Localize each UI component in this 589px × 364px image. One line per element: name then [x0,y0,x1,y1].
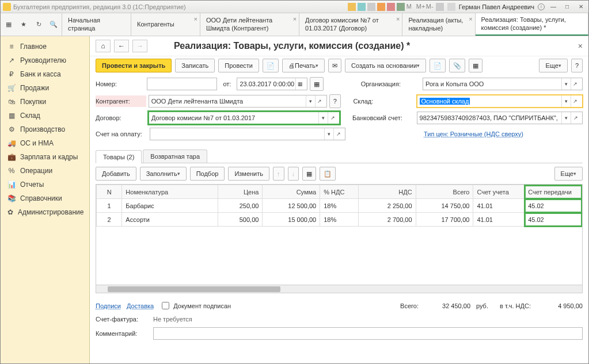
history-icon[interactable]: ↻ [32,18,45,32]
tab-close-icon[interactable]: × [469,16,472,23]
dropdown-icon[interactable]: ▾ [561,112,571,124]
sidebar-item-directories[interactable]: 📚Справочники [1,191,89,205]
tab-goods[interactable]: Товары (2) [96,150,142,163]
edo-button[interactable]: ▦ [469,59,482,72]
home-button[interactable]: ⌂ [96,40,111,52]
col-vat-pct[interactable]: % НДС [320,185,359,199]
maximize-button[interactable]: □ [562,3,572,11]
tab-dogovor[interactable]: Договор комиссии №7 от 01.03.2017 (Догов… [299,13,402,36]
dropdown-icon[interactable]: ▾ [561,78,571,90]
col-sum[interactable]: Сумма [263,185,320,199]
col-price[interactable]: Цена [218,185,263,199]
delivery-link[interactable]: Доставка [127,302,154,309]
back-button[interactable]: ← [114,40,129,52]
date-picker-button[interactable]: ▦ [310,77,324,91]
tab-realizations[interactable]: Реализация (акты, накладные)× [402,13,475,36]
open-icon[interactable]: ↗ [571,95,580,107]
contragent-help-button[interactable]: ? [329,94,341,108]
close-button[interactable]: ✕ [576,3,586,11]
schet-oplatu-input[interactable]: ▾↗ [150,128,345,140]
sidebar-item-admin[interactable]: ✿Администрирование [1,205,89,219]
col-acct[interactable]: Счет учета [473,185,525,199]
scan-button[interactable]: ▦ [302,167,316,181]
col-nom[interactable]: Номенклатура [122,185,218,199]
col-transfer[interactable]: Счет передачи [525,185,582,199]
open-icon[interactable]: ↗ [571,112,580,124]
sidebar-item-assets[interactable]: 🚚ОС и НМА [1,136,89,150]
email-button[interactable]: ✉ [328,59,341,72]
number-label: Номер: [96,81,145,87]
number-input[interactable] [147,78,218,90]
fill-button[interactable]: Заполнить [140,167,187,181]
change-button[interactable]: Изменить [228,167,269,181]
tab-current[interactable]: Реализация: Товары, услуги, комиссия (со… [476,13,588,36]
org-input[interactable]: Рога и Копыта ООО▾↗ [423,78,583,90]
copy-button[interactable]: 📋 [320,167,336,181]
sklad-input[interactable]: Основной склад▾↗ [417,95,583,108]
forward-button[interactable]: → [132,40,147,52]
table-row[interactable]: 2 Ассорти 500,00 15 000,00 18% 2 700,00 … [97,213,582,227]
sidebar-item-bank[interactable]: ₽Банк и касса [1,67,89,81]
star-icon[interactable]: ★ [17,18,31,32]
sidebar-item-salary[interactable]: 💼Зарплата и кадры [1,150,89,164]
open-icon[interactable]: ↗ [571,78,580,90]
col-vat[interactable]: НДС [358,185,416,199]
tab-close-icon[interactable]: × [293,16,297,23]
dropdown-icon[interactable]: ▾ [324,128,333,140]
dropdown-icon[interactable]: ▾ [561,95,571,107]
print-button[interactable]: 🖨 Печать [282,59,325,72]
doc-signed-input[interactable] [162,302,169,309]
attach-button[interactable]: 📎 [449,59,465,72]
col-total[interactable]: Всего [416,185,473,199]
sidebar-item-reports[interactable]: 📊Отчеты [1,178,89,191]
open-icon[interactable]: ↗ [328,112,337,124]
tab-contragent-detail[interactable]: ООО Дети лейтенанта Шмидта (Контрагент)× [200,13,299,36]
contragent-input[interactable]: ООО Дети лейтенанта Шмидта▾↗ [149,95,327,108]
sidebar-item-manager[interactable]: ↗Руководителю [1,53,89,67]
doc-signed-checkbox[interactable]: Документ подписан [159,300,231,311]
tab-start[interactable]: Начальная страница [62,13,131,36]
move-up-button[interactable]: ↑ [273,167,284,181]
post-and-close-button[interactable]: Провести и закрыть [96,59,172,72]
comment-input[interactable] [153,327,583,340]
move-down-button[interactable]: ↓ [288,167,299,181]
open-icon[interactable]: ↗ [333,128,343,140]
dropdown-icon[interactable]: ▾ [318,112,328,124]
sidebar-item-sales[interactable]: 🛒Продажи [1,81,89,95]
sidebar-item-production[interactable]: ⚙Производство [1,122,89,136]
dogovor-input[interactable]: Договор комисии №7 от 01.03.2017▾↗ [149,112,340,124]
dt-kt-button[interactable]: 📄 [263,59,279,72]
sidebar-item-warehouse[interactable]: ▦Склад [1,109,89,122]
info-icon[interactable]: i [538,3,545,10]
help-button[interactable]: ? [571,59,583,72]
apps-icon[interactable]: ▦ [2,18,16,32]
signatures-link[interactable]: Подписи [96,302,121,309]
sidebar-item-operations[interactable]: %Операции [1,164,89,178]
save-button[interactable]: Записать [175,59,215,72]
tab-close-icon[interactable]: × [396,16,400,23]
create-based-button[interactable]: Создать на основании [345,59,426,72]
more-button[interactable]: Еще [539,59,567,72]
page-close-icon[interactable]: × [578,41,583,51]
tab-close-icon[interactable]: × [194,16,197,23]
sidebar-item-main[interactable]: ≡Главное [1,40,89,53]
tab-contragents[interactable]: Контрагенты× [131,13,200,36]
pick-button[interactable]: Подбор [190,167,225,181]
minimize-button[interactable]: — [548,3,558,11]
horizontal-scrollbar[interactable] [96,285,582,293]
bank-input[interactable]: 98234759837409287403, ПАО "СПИРИТБАНК",▾… [417,112,583,124]
tab-tara[interactable]: Возвратная тара [143,150,207,163]
add-button[interactable]: Добавить [96,167,136,181]
grid-more-button[interactable]: Еще [554,167,583,181]
dropdown-icon[interactable]: ▾ [306,95,315,107]
price-type-link[interactable]: Тип цен: Розничные (НДС сверху) [424,131,523,137]
date-input[interactable]: 23.03.2017 0:00:00▦ [237,78,307,90]
table-row[interactable]: 1 Барбарис 250,00 12 500,00 18% 2 250,00… [97,199,582,213]
open-icon[interactable]: ↗ [315,95,324,107]
search-icon[interactable]: 🔍 [47,18,60,32]
doc-button[interactable]: 📄 [430,59,446,72]
col-n[interactable]: N [97,185,122,199]
calendar-icon[interactable]: ▦ [295,78,305,90]
sidebar-item-purchases[interactable]: 🛍Покупки [1,95,89,109]
post-button[interactable]: Провести [218,59,259,72]
